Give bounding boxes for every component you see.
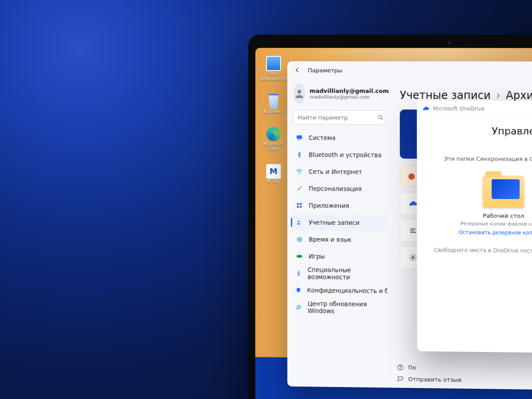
- person-icon: [293, 88, 305, 99]
- help-link[interactable]: По: [396, 364, 462, 372]
- apps-icon: [295, 201, 303, 209]
- profile-email: madvillianly@gmail.com: [309, 94, 389, 100]
- dialog-body: Управление резервным ко папок Эти папки …: [417, 117, 532, 263]
- person-icon: [295, 218, 303, 226]
- laptop-bezel: Этот компьютер Корзина Microsoft Edge M …: [248, 35, 532, 399]
- svg-rect-6: [297, 203, 299, 205]
- profile-block[interactable]: madvillianly@gmail.com madvillianly@gmai…: [291, 81, 387, 110]
- laptop-screen: Этот компьютер Корзина Microsoft Edge M …: [255, 48, 532, 399]
- desktop-icon-label: Microsoft Edge: [262, 142, 286, 151]
- svg-point-1: [379, 115, 382, 118]
- sidebar-item-label: Сеть и Интернет: [309, 168, 362, 176]
- svg-point-17: [415, 232, 416, 233]
- feedback-label: Отправить отзыв: [408, 376, 462, 383]
- globe-icon: [295, 235, 303, 243]
- feedback-icon: [396, 375, 403, 382]
- wifi-icon: [295, 168, 303, 176]
- sidebar-item-accessibility[interactable]: Специальные возможности: [291, 265, 387, 282]
- sidebar-item-label: Время и язык: [309, 236, 352, 243]
- pc-icon: [266, 56, 281, 71]
- footer-links: По Отправить отзыв: [396, 364, 462, 383]
- svg-point-15: [414, 228, 415, 230]
- desktop-icons: Этот компьютер Корзина Microsoft Edge M …: [262, 56, 286, 184]
- desktop-icon-label: Корзина: [264, 110, 283, 114]
- sidebar-item-privacy[interactable]: Конфиденциальность и безопас: [291, 282, 387, 299]
- sidebar-item-update[interactable]: Центр обновления Windows: [291, 299, 387, 316]
- help-icon: [396, 364, 403, 371]
- breadcrumb-root[interactable]: Учетные записи: [400, 89, 491, 102]
- search-icon: [377, 114, 384, 121]
- svg-rect-8: [297, 206, 299, 207]
- folder-tiles: Рабочий стол Резервные копии файлов созд…: [429, 176, 532, 238]
- photo-backdrop: Этот компьютер Корзина Microsoft Edge M …: [0, 0, 532, 399]
- sidebar-item-label: Приложения: [309, 202, 349, 209]
- alert-icon: [408, 173, 415, 180]
- svg-rect-13: [297, 255, 302, 258]
- gear-icon: [408, 253, 417, 262]
- onedrive-dialog: Microsoft OneDrive Управление резервным …: [417, 101, 532, 355]
- update-icon: [295, 303, 302, 311]
- cloud-icon: [422, 105, 429, 112]
- sidebar-item-system[interactable]: Система: [291, 130, 387, 146]
- settings-sidebar: madvillianly@gmail.com madvillianly@gmai…: [287, 79, 391, 387]
- dialog-description: Эти папки Синхронизация в OneDrive. Новы…: [444, 155, 532, 164]
- desktop-icon-edge[interactable]: Microsoft Edge: [262, 127, 286, 151]
- desktop-icon-app[interactable]: M PC Ma: [262, 164, 286, 184]
- feedback-link[interactable]: Отправить отзыв: [396, 375, 462, 383]
- sidebar-item-accounts[interactable]: Учетные записи: [291, 214, 387, 231]
- dialog-footer: П: [417, 321, 532, 354]
- free-space-text: Свободного места в OneDrive после выбора…: [429, 247, 532, 255]
- sidebar-item-apps[interactable]: Приложения: [291, 197, 387, 214]
- svg-point-16: [413, 230, 414, 231]
- tile-name: Рабочий стол: [483, 212, 524, 219]
- sidebar-item-bluetooth[interactable]: Bluetooth и устройства: [291, 147, 387, 163]
- svg-point-20: [400, 368, 400, 369]
- search-input[interactable]: [297, 114, 373, 121]
- edge-icon: [266, 127, 281, 141]
- desktop-icon-recycle-bin[interactable]: Корзина: [262, 94, 286, 114]
- desktop-icon-label: PC Ma: [266, 180, 280, 184]
- webcam: [447, 41, 451, 45]
- shield-icon: [295, 286, 301, 294]
- desktop-icon-this-pc[interactable]: Этот компьютер: [262, 56, 286, 81]
- sidebar-item-label: Персонализация: [309, 185, 362, 192]
- brush-icon: [295, 184, 303, 192]
- sidebar-item-personalize[interactable]: Персонализация: [291, 180, 387, 197]
- sidebar-item-label: Специальные возможности: [308, 266, 383, 281]
- arrow-left-icon: [294, 66, 301, 74]
- svg-rect-4: [298, 140, 300, 140]
- sidebar-item-label: Игры: [309, 253, 325, 260]
- avatar: [293, 83, 305, 104]
- game-icon: [295, 252, 303, 260]
- chevron-right-icon: ›: [496, 89, 501, 102]
- breadcrumb-leaf: Архивация Wi: [506, 89, 532, 102]
- tile-status: Резервные копии файлов создан: [460, 221, 532, 227]
- bluetooth-icon: [295, 151, 303, 159]
- window-title: Параметры: [308, 67, 342, 74]
- app-icon: M: [266, 164, 281, 179]
- svg-point-18: [412, 257, 414, 259]
- dialog-title: Управление резервным ко папок: [429, 125, 532, 150]
- desktop-icon-label: Этот компьютер: [261, 72, 287, 81]
- sidebar-item-label: Учетные записи: [309, 219, 360, 227]
- sidebar-item-time[interactable]: Время и язык: [291, 231, 387, 248]
- svg-rect-7: [300, 203, 301, 205]
- profile-name: madvillianly@gmail.com: [309, 87, 389, 94]
- monitor-icon: [295, 134, 303, 142]
- search-box[interactable]: [293, 110, 385, 125]
- cloud-icon: [408, 200, 417, 208]
- dialog-titlebar[interactable]: Microsoft OneDrive: [417, 101, 532, 117]
- svg-point-14: [298, 270, 300, 272]
- svg-point-5: [299, 173, 300, 174]
- window-titlebar[interactable]: Параметры: [287, 61, 532, 80]
- svg-rect-9: [300, 206, 301, 207]
- sidebar-item-label: Конфиденциальность и безопас: [307, 286, 387, 294]
- tile-desktop[interactable]: Рабочий стол Резервные копии файлов созд…: [454, 176, 532, 236]
- back-button[interactable]: [293, 66, 301, 74]
- sidebar-item-network[interactable]: Сеть и Интернет: [291, 164, 387, 180]
- dialog-app-name: Microsoft OneDrive: [433, 106, 485, 112]
- svg-point-10: [298, 220, 300, 222]
- tile-action-link[interactable]: Остановить резервное копирова: [458, 229, 532, 236]
- accessibility-icon: [295, 269, 302, 277]
- sidebar-item-gaming[interactable]: Игры: [291, 248, 387, 265]
